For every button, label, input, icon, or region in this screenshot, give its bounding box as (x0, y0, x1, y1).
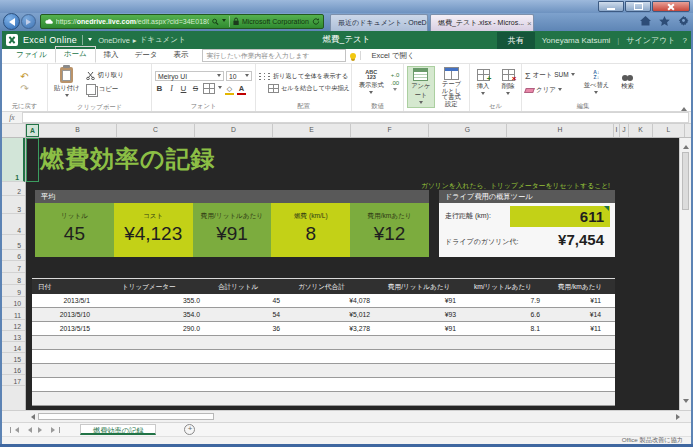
cell-date[interactable]: 2013/5/10 (32, 308, 116, 321)
cut-button[interactable]: 切り取り (86, 71, 123, 80)
cell-km-per-liter[interactable]: 8.1 (468, 322, 552, 335)
average-tile[interactable]: 費用/リットルあたり ¥91 (193, 203, 272, 257)
chevron-down-icon[interactable] (88, 38, 92, 43)
signout-link[interactable]: サインアウト (626, 35, 675, 46)
cell-total-liters[interactable] (212, 392, 292, 405)
tab-data[interactable]: データ (127, 48, 166, 63)
row-header[interactable]: 13 (2, 331, 25, 342)
chevron-down-icon[interactable] (419, 101, 423, 106)
row-header[interactable]: 8 (2, 273, 25, 285)
chevron-down-icon[interactable] (393, 88, 397, 93)
redo-icon[interactable]: ↷ (20, 84, 28, 93)
cell-trip-meter[interactable]: 290.0 (116, 322, 212, 335)
undo-icon[interactable]: ↶ (20, 72, 28, 81)
breadcrumb-folder[interactable]: ドキュメント (140, 35, 186, 45)
column-header[interactable]: L (653, 124, 685, 137)
row-header[interactable]: 17 (2, 375, 25, 386)
cell-gas-cost-total[interactable]: ¥3,278 (292, 322, 382, 335)
cell-total-liters[interactable]: 54 (212, 308, 292, 321)
row-header[interactable]: 9 (2, 285, 25, 297)
tab-view[interactable]: 表示 (165, 48, 196, 63)
cell-total-liters[interactable] (212, 364, 292, 377)
insert-cells-button[interactable]: + 挿入 (474, 68, 493, 98)
next-sheet-icon[interactable] (38, 427, 45, 433)
cell-km-per-liter[interactable]: 6.6 (468, 308, 552, 321)
strikethrough-button[interactable]: S (191, 84, 200, 93)
cell-date[interactable] (32, 336, 116, 349)
align-middle-icon[interactable] (264, 73, 266, 80)
wrap-text-button[interactable]: 折り返して全体を表示する (273, 72, 348, 81)
tellme-input[interactable] (202, 49, 346, 62)
align-bottom-icon[interactable] (268, 73, 270, 80)
cell-gas-cost-total[interactable]: ¥4,078 (292, 294, 382, 307)
tab-file[interactable]: ファイル (8, 48, 55, 63)
cell-km-per-liter[interactable] (468, 364, 552, 377)
cell-cost-per-km[interactable]: ¥14 (552, 308, 615, 321)
copy-button[interactable]: コピー (86, 84, 123, 95)
breadcrumb[interactable]: OneDrive ▸ ドキュメント (98, 35, 186, 45)
home-icon[interactable] (640, 16, 651, 26)
cell-date[interactable]: 2013/5/15 (32, 322, 116, 335)
cell-cost-per-liter[interactable]: ¥93 (382, 308, 468, 321)
cell-cost-per-liter[interactable]: ¥91 (382, 322, 468, 335)
row-header[interactable]: 15 (2, 353, 25, 364)
number-format-button[interactable]: ABC123 表示形式 (356, 69, 387, 97)
merge-center-button[interactable]: セルを結合して中央揃え (268, 84, 350, 93)
cell-km-per-liter[interactable] (468, 350, 552, 363)
font-family-select[interactable]: Meiryo UI (155, 71, 224, 81)
table-column-header[interactable]: 日付 (32, 279, 116, 294)
column-header[interactable]: A (26, 124, 39, 137)
tab-insert[interactable]: 挿入 (96, 48, 127, 63)
cell-km-per-liter[interactable] (468, 336, 552, 349)
scroll-left-icon[interactable] (28, 414, 35, 420)
cell-trip-meter[interactable]: 354.0 (116, 308, 212, 321)
cell-cost-per-liter[interactable] (382, 364, 468, 377)
minimize-button[interactable] (598, 1, 624, 12)
cell-total-liters[interactable] (212, 378, 292, 391)
table-row[interactable] (32, 350, 615, 364)
borders-icon[interactable] (203, 83, 215, 94)
align-top-icon[interactable] (259, 73, 261, 80)
cell-cost-per-liter[interactable] (382, 350, 468, 363)
table-row[interactable] (32, 364, 615, 378)
chevron-down-icon[interactable] (571, 73, 575, 78)
fx-icon[interactable]: fx (2, 113, 22, 122)
cell-gas-cost-total[interactable]: ¥5,012 (292, 308, 382, 321)
column-header[interactable]: K (629, 124, 653, 137)
cert-name[interactable]: Microsoft Corporation [... (242, 18, 309, 25)
cell-date[interactable] (32, 392, 116, 405)
chevron-down-icon[interactable] (481, 92, 485, 97)
cell-cost-per-liter[interactable]: ¥91 (382, 294, 468, 307)
browser-tab-current[interactable]: 燃費_テスト.xlsx - Micros... × (430, 14, 534, 31)
survey-button[interactable]: アンケート (407, 66, 435, 108)
scroll-up-icon[interactable] (683, 142, 689, 149)
first-sheet-icon[interactable] (10, 427, 19, 433)
search-dropdown-icon[interactable] (222, 19, 226, 24)
column-header[interactable]: J (620, 124, 629, 137)
cell-gas-cost-total[interactable] (292, 364, 382, 377)
average-tile[interactable]: 費用/kmあたり ¥12 (350, 203, 429, 257)
breadcrumb-root[interactable]: OneDrive (98, 36, 130, 45)
format-as-table-button[interactable]: テーブルとして書式設定 (437, 66, 466, 108)
table-row[interactable]: 2013/5/15 290.0 36 ¥3,278 ¥91 8.1 ¥11 (32, 322, 615, 336)
font-color-icon[interactable]: A (237, 84, 246, 93)
find-button[interactable]: 検索 (618, 74, 637, 92)
formula-input[interactable] (22, 112, 689, 123)
cell-total-liters[interactable]: 36 (212, 322, 292, 335)
column-header[interactable]: D (195, 124, 273, 137)
row-header[interactable]: 16 (2, 364, 25, 375)
table-column-header[interactable]: ガソリン代合計 (292, 279, 382, 294)
row-header[interactable]: 4 (2, 214, 25, 235)
column-header[interactable]: C (117, 124, 195, 137)
excel-logo-icon[interactable] (6, 34, 18, 46)
table-row[interactable]: 2013/5/10 354.0 54 ¥5,012 ¥93 6.6 ¥14 (32, 308, 615, 322)
cell-gas-cost-total[interactable] (292, 392, 382, 405)
table-column-header[interactable]: km/リットルあたり (468, 279, 552, 294)
borders-dropdown-icon[interactable] (218, 86, 222, 91)
cell-cost-per-km[interactable] (552, 378, 615, 391)
cell-gas-cost-total[interactable] (292, 336, 382, 349)
prev-sheet-icon[interactable] (25, 427, 32, 433)
cell-trip-meter[interactable] (116, 350, 212, 363)
table-row[interactable]: 2013/5/1 355.0 45 ¥4,078 ¥91 7.9 ¥11 (32, 294, 615, 308)
distance-input-cell[interactable]: 611 (510, 206, 610, 227)
